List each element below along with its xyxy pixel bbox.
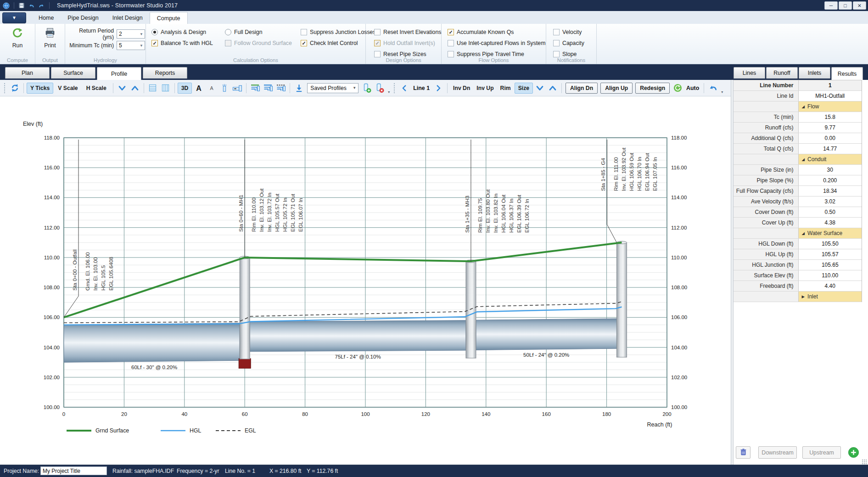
table-row-cover-down-ft[interactable]: Cover Down (ft)0.50 [734,207,862,218]
delete-line-button[interactable] [736,446,750,459]
run-button[interactable]: Run [0,27,35,49]
prev-line-button[interactable] [398,82,410,94]
table-row-total-q-cfs[interactable]: Total Q (cfs)14.77 [734,144,862,154]
table-row-pipe-slope[interactable]: Pipe Slope (%)0.200 [734,175,862,186]
table-section-conduit[interactable]: ◢Conduit [734,154,862,165]
nudge-down-button[interactable] [534,82,546,94]
table-row-line-number[interactable]: Line Number1 [734,80,862,91]
align-up-button[interactable]: Align Up [600,83,633,94]
redesign-button[interactable]: Redesign [635,83,670,94]
nudge-up-button[interactable] [547,82,559,94]
toolbar-overflow-icon[interactable]: ▾ [719,90,725,94]
inv-up-button[interactable]: Inv Up [474,83,496,94]
ribbon-tab-pipe-design[interactable]: Pipe Design [61,12,105,24]
toolbar-overflow-icon[interactable]: ▾ [386,90,392,94]
project-name-input[interactable] [40,466,107,475]
add-profile-button[interactable] [361,82,373,94]
table-row-hgl-down-ft[interactable]: HGL Down (ft)105.50 [734,239,862,249]
print-button[interactable]: Print [35,27,65,49]
align-dn-button[interactable]: Align Dn [566,83,598,94]
table-row-hgl-up-ft[interactable]: HGL Up (ft)105.57 [734,249,862,260]
ribbon-tab-home[interactable]: Home [32,12,61,24]
expand-icon[interactable]: ▶ [802,294,805,299]
size-button[interactable]: Size [515,83,533,94]
min-tc-select[interactable]: 5▼ [117,41,145,50]
undo-icon[interactable] [28,2,35,9]
checkbox-capacity[interactable]: Capacity [553,38,584,49]
toolbar-grip[interactable] [4,83,6,93]
upstream-button[interactable]: Upstream [802,446,841,459]
table-row-pipe-size-in[interactable]: Pipe Size (in)30 [734,165,862,175]
vertical-grid-button[interactable] [160,82,172,94]
table-section-flow[interactable]: ◢Flow [734,101,862,112]
close-button[interactable]: ✕ [853,1,866,10]
table-row-line-id[interactable]: Line IdMH1-Outfall [734,91,862,101]
shift-profile-down-button[interactable] [116,82,128,94]
tab-reports[interactable]: Reports [143,67,187,79]
table-row-hgl-junction-ft[interactable]: HGL Junction (ft)105.65 [734,260,862,270]
sync-profile-icon[interactable] [9,82,21,94]
hgl-line-button[interactable] [262,82,274,94]
collapse-icon[interactable]: ◢ [802,231,805,236]
saved-profiles-select[interactable]: Saved Profiles▼ [307,83,358,93]
3d-button[interactable]: 3D [178,83,192,94]
checkbox-balance-tc-with-hgl[interactable]: ✓Balance Tc with HGL [151,38,213,49]
table-row-tc-min[interactable]: Tc (min)15.8 [734,112,862,123]
export-profile-button[interactable] [293,82,305,94]
tab-results[interactable]: Results [831,67,863,80]
shift-profile-up-button[interactable] [129,82,141,94]
table-section-inlet[interactable]: ▶Inlet [734,292,862,302]
rim-button[interactable]: Rim [498,83,514,94]
tab-runoff[interactable]: Runoff [766,67,798,79]
checkbox-use-inlet-captured-flows-in-system[interactable]: Use Inlet-captured Flows in System [448,38,545,49]
structure-labels-button[interactable] [218,82,230,94]
redo-icon[interactable] [38,2,45,9]
collapse-icon[interactable]: ◢ [802,157,805,162]
h-scale-button[interactable]: H Scale [83,83,110,94]
tab-plan[interactable]: Plan [5,67,50,79]
font-decrease-button[interactable]: A [206,82,218,94]
tab-inlets[interactable]: Inlets [799,67,830,79]
checkbox-check-inlet-control[interactable]: ✓Check Inlet Control [301,38,376,49]
table-section-water-surface[interactable]: ◢Water Surface [734,228,862,239]
v-scale-button[interactable]: V Scale [54,83,81,94]
inv-dn-button[interactable]: Inv Dn [450,83,473,94]
tab-lines[interactable]: Lines [734,67,765,79]
collapse-icon[interactable]: ◢ [802,104,805,109]
y-ticks-button[interactable]: Y Ticks [27,83,53,94]
return-period-select[interactable]: 2▼ [117,29,145,39]
remove-profile-button[interactable] [374,82,386,94]
table-row-ave-velocity-ft-s[interactable]: Ave Velocity (ft/s)3.02 [734,196,862,207]
table-row-additional-q-cfs[interactable]: Additional Q (cfs)0.00 [734,133,862,144]
auto-run-icon[interactable] [672,82,683,94]
undo-button[interactable] [707,82,719,94]
radio-full-design[interactable]: Full Design [225,27,292,38]
checkbox-suppress-junction-losses[interactable]: Suppress Junction Losses [301,27,376,38]
table-row-full-flow-capacity-cfs[interactable]: Full Flow Capacity (cfs)18.34 [734,186,862,196]
add-line-button[interactable] [848,447,859,460]
tab-profile[interactable]: Profile [97,67,141,80]
resize-grip[interactable] [862,459,867,465]
checkbox-reset-invert-elevations[interactable]: Reset Invert Elevations [374,27,441,38]
checkbox-velocity[interactable]: Velocity [553,27,584,38]
pipe-labels-button[interactable] [231,82,243,94]
maximize-button[interactable]: □ [839,1,852,10]
egl-line-button[interactable] [275,82,287,94]
file-menu-button[interactable]: ▼ [2,12,26,23]
ribbon-tab-inlet-design[interactable]: Inlet Design [106,12,150,24]
profile-chart[interactable]: 118.00118.00116.00116.00114.00114.00112.… [0,96,731,465]
ground-line-button[interactable] [249,82,261,94]
tab-surface[interactable]: Surface [51,67,95,79]
radio-analysis-design[interactable]: Analysis & Design [151,27,213,38]
table-row-runoff-cfs[interactable]: Runoff (cfs)9.77 [734,123,862,133]
save-icon[interactable] [18,2,25,9]
ribbon-tab-compute[interactable]: Compute [150,12,188,24]
font-increase-button[interactable]: A [193,82,205,94]
next-line-button[interactable] [432,82,444,94]
table-row-surface-elev-ft[interactable]: Surface Elev (ft)110.00 [734,270,862,281]
checkbox-accumulate-known-qs[interactable]: ✓Accumulate Known Qs [448,27,545,38]
downstream-button[interactable]: Downstream [758,446,797,459]
minimize-button[interactable]: ─ [824,1,838,10]
toolbar-grip[interactable] [394,83,396,93]
table-row-cover-up-ft[interactable]: Cover Up (ft)4.38 [734,218,862,228]
